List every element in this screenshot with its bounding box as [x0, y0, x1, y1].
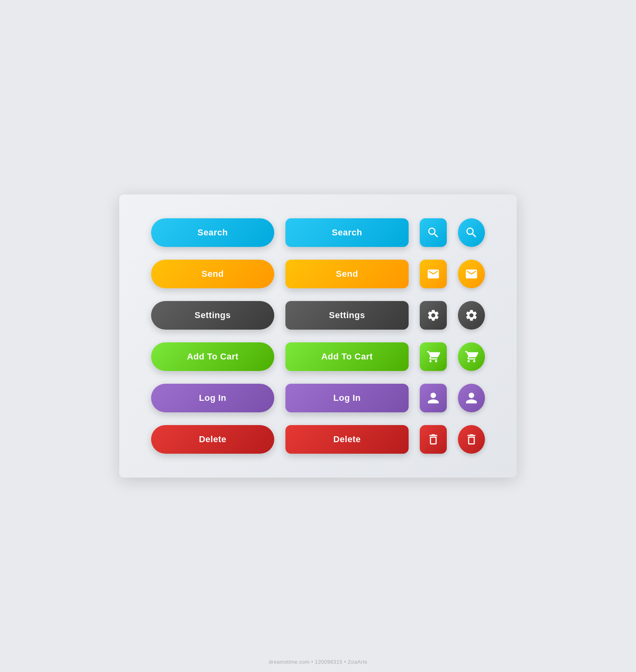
delete-row: Delete Delete: [151, 425, 485, 454]
cart-row: Add To Cart Add To Cart: [151, 342, 485, 371]
gear-icon: [427, 309, 440, 322]
mail-icon: [427, 267, 440, 281]
cart-pill-button[interactable]: Add To Cart: [151, 342, 274, 371]
search-circle-icon: [465, 226, 478, 239]
login-rect-button[interactable]: Log In: [285, 384, 409, 412]
login-pill-label: Log In: [199, 393, 227, 403]
search-circle-icon-button[interactable]: [458, 218, 485, 247]
cart-pill-label: Add To Cart: [187, 352, 238, 362]
trash-circle-icon: [465, 433, 478, 446]
delete-pill-label: Delete: [199, 434, 226, 445]
settings-rect-label: Settings: [329, 310, 365, 320]
search-pill-label: Search: [198, 227, 228, 238]
cart-icon: [427, 350, 440, 363]
cart-circle-icon-button[interactable]: [458, 342, 485, 371]
settings-circle-icon-button[interactable]: [458, 301, 485, 330]
trash-icon: [427, 433, 440, 446]
settings-row: Settings Settings: [151, 301, 485, 330]
delete-pill-button[interactable]: Delete: [151, 425, 274, 454]
search-rect-button[interactable]: Search: [285, 218, 409, 247]
login-sq-icon-button[interactable]: [420, 384, 447, 412]
delete-rect-label: Delete: [333, 434, 361, 445]
settings-rect-button[interactable]: Settings: [285, 301, 409, 330]
send-pill-label: Send: [202, 269, 224, 279]
send-rect-button[interactable]: Send: [285, 260, 409, 288]
delete-sq-icon-button[interactable]: [420, 425, 447, 454]
search-rect-label: Search: [332, 227, 362, 238]
send-circle-icon-button[interactable]: [458, 260, 485, 288]
cart-rect-button[interactable]: Add To Cart: [285, 342, 409, 371]
delete-rect-button[interactable]: Delete: [285, 425, 409, 454]
login-row: Log In Log In: [151, 384, 485, 412]
cart-rect-label: Add To Cart: [321, 352, 373, 362]
delete-circle-icon-button[interactable]: [458, 425, 485, 454]
settings-pill-button[interactable]: Settings: [151, 301, 274, 330]
settings-sq-icon-button[interactable]: [420, 301, 447, 330]
user-circle-icon: [465, 391, 478, 405]
cart-sq-icon-button[interactable]: [420, 342, 447, 371]
send-row: Send Send: [151, 260, 485, 288]
search-pill-button[interactable]: Search: [151, 218, 274, 247]
search-icon: [427, 226, 440, 239]
send-pill-button[interactable]: Send: [151, 260, 274, 288]
gear-circle-icon: [465, 309, 478, 322]
send-rect-label: Send: [336, 269, 358, 279]
login-circle-icon-button[interactable]: [458, 384, 485, 412]
main-container: Search Search Send Send Settings: [119, 194, 517, 478]
login-rect-label: Log In: [334, 393, 361, 403]
login-pill-button[interactable]: Log In: [151, 384, 274, 412]
user-icon: [427, 391, 440, 405]
search-sq-icon-button[interactable]: [420, 218, 447, 247]
search-row: Search Search: [151, 218, 485, 247]
mail-circle-icon: [465, 267, 478, 281]
watermark: dreamstime.com • 120098315 • ZoaArts: [269, 659, 367, 665]
settings-pill-label: Settings: [195, 310, 231, 320]
send-sq-icon-button[interactable]: [420, 260, 447, 288]
cart-circle-icon: [465, 350, 478, 363]
